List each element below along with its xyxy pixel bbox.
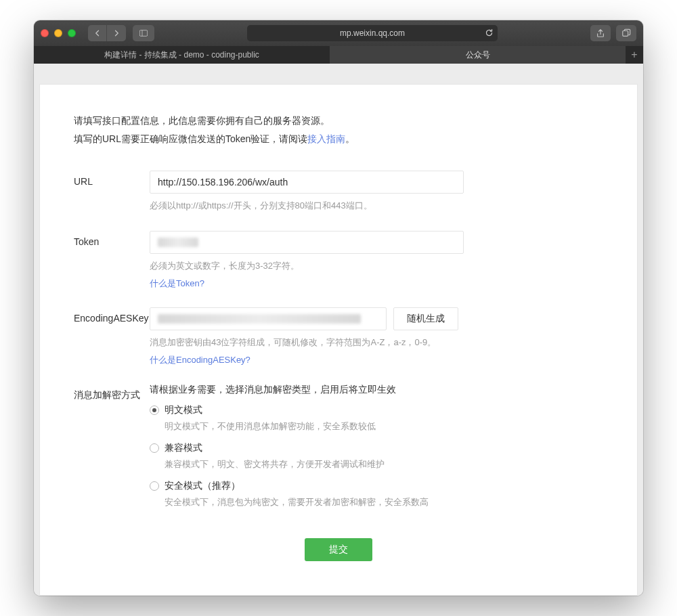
url-input[interactable] [150,171,464,194]
new-tab-button[interactable]: + [626,46,643,64]
label-mode: 消息加解密方式 [74,384,150,518]
tab-wechat[interactable]: 公众号 [330,46,626,64]
radio-compat[interactable] [150,443,159,453]
show-tabs-button[interactable] [616,25,636,41]
share-button[interactable] [590,25,611,41]
mode-prompt: 请根据业务需要，选择消息加解密类型，启用后将立即生效 [150,384,542,396]
tab-coding[interactable]: 构建详情 - 持续集成 - demo - coding-public [34,46,330,64]
token-help-link[interactable]: 什么是Token? [150,278,204,290]
row-mode: 消息加解密方式 请根据业务需要，选择消息加解密类型，启用后将立即生效 明文模式 … [74,384,603,518]
address-text: mp.weixin.qq.com [340,28,405,38]
forward-button[interactable] [107,25,126,41]
intro-text: 请填写接口配置信息，此信息需要你拥有自己的服务器资源。 填写的URL需要正确响应… [74,112,603,148]
page-viewport: 请填写接口配置信息，此信息需要你拥有自己的服务器资源。 填写的URL需要正确响应… [34,64,643,596]
tab-strip: 构建详情 - 持续集成 - demo - coding-public 公众号 + [34,46,643,64]
sidebar-toggle-button[interactable] [133,25,154,41]
intro-line1: 请填写接口配置信息，此信息需要你拥有自己的服务器资源。 [74,112,603,130]
back-button[interactable] [88,25,107,41]
address-bar[interactable]: mp.weixin.qq.com [247,25,498,41]
mode-option-plain[interactable]: 明文模式 明文模式下，不使用消息体加解密功能，安全系数较低 [150,404,542,433]
nav-buttons [88,25,126,41]
mode-option-compat[interactable]: 兼容模式 兼容模式下，明文、密文将共存，方便开发者调试和维护 [150,442,542,470]
submit-button[interactable]: 提交 [305,538,372,561]
sidebar-toggle-group [133,25,154,41]
guide-link[interactable]: 接入指南 [307,133,345,144]
config-form-card: 请填写接口配置信息，此信息需要你拥有自己的服务器资源。 填写的URL需要正确响应… [39,84,638,596]
radio-secure[interactable] [150,481,159,491]
close-window-button[interactable] [41,29,49,37]
window-controls [41,29,76,37]
minimize-window-button[interactable] [54,29,62,37]
aeskey-help-link[interactable]: 什么是EncodingAESKey? [150,354,250,366]
intro-line2: 填写的URL需要正确响应微信发送的Token验证，请阅读接入指南。 [74,130,603,148]
zoom-window-button[interactable] [68,29,76,37]
titlebar: mp.weixin.qq.com [34,20,643,46]
label-aeskey: EncodingAESKey [74,307,150,366]
svg-rect-0 [139,30,147,37]
mode-option-secure[interactable]: 安全模式（推荐） 安全模式下，消息包为纯密文，需要开发者加密和解密，安全系数高 [150,480,542,508]
token-hint: 必须为英文或数字，长度为3-32字符。 [150,259,542,273]
token-input[interactable] [150,231,464,254]
token-value-redacted [158,238,198,247]
aeskey-hint: 消息加密密钥由43位字符组成，可随机修改，字符范围为A-Z，a-z，0-9。 [150,336,542,350]
aeskey-value-redacted [158,314,361,324]
aeskey-input[interactable] [150,307,387,330]
label-url: URL [74,171,150,213]
svg-rect-2 [623,31,628,37]
browser-window: mp.weixin.qq.com 构建详情 - 持续集成 - demo - co… [34,20,643,596]
row-token: Token 必须为英文或数字，长度为3-32字符。 什么是Token? [74,231,603,290]
row-aeskey: EncodingAESKey 随机生成 消息加密密钥由43位字符组成，可随机修改… [74,307,603,366]
random-generate-button[interactable]: 随机生成 [393,307,458,330]
label-token: Token [74,231,150,290]
row-url: URL 必须以http://或https://开头，分别支持80端口和443端口… [74,171,603,213]
reload-icon[interactable] [485,28,494,39]
radio-plain[interactable] [150,405,159,415]
url-hint: 必须以http://或https://开头，分别支持80端口和443端口。 [150,199,542,213]
